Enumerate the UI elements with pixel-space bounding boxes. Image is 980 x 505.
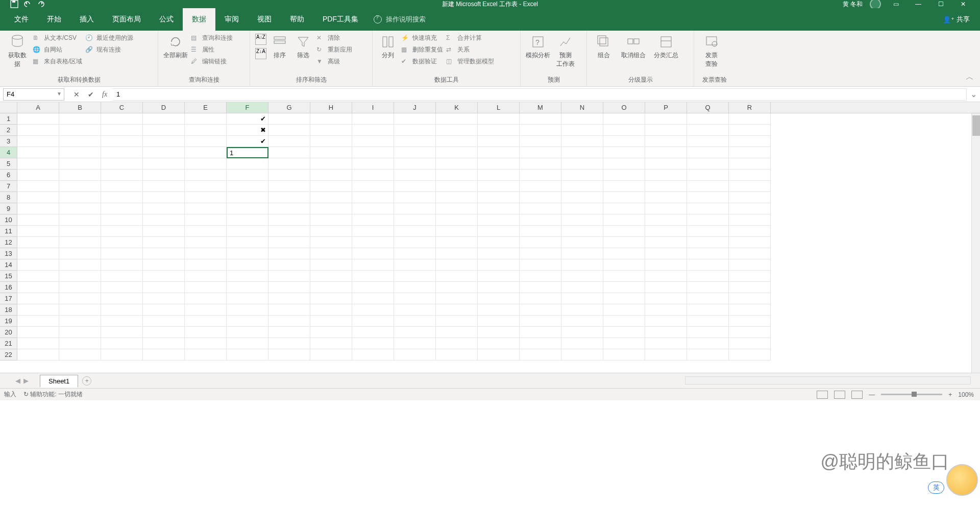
cell[interactable] [478, 125, 520, 136]
minimize-icon[interactable]: — [911, 1, 926, 8]
cell[interactable] [59, 282, 101, 293]
cell[interactable] [17, 248, 59, 259]
row-header[interactable]: 17 [0, 293, 17, 304]
cell[interactable] [268, 226, 310, 237]
cell[interactable] [603, 147, 645, 158]
cell[interactable] [687, 248, 729, 259]
cell[interactable] [352, 338, 394, 349]
column-header[interactable]: A [17, 102, 59, 113]
cell[interactable] [394, 158, 436, 170]
cell[interactable] [143, 192, 185, 203]
clear-filter-button[interactable]: ✕清除 [316, 34, 352, 42]
reapply-button[interactable]: ↻重新应用 [316, 45, 352, 54]
cell[interactable] [310, 237, 352, 248]
cell[interactable] [185, 170, 227, 181]
cell[interactable] [17, 237, 59, 248]
cell[interactable] [185, 282, 227, 293]
from-text-csv-button[interactable]: 🗎从文本/CSV [33, 34, 82, 42]
cell[interactable] [227, 248, 268, 259]
cell[interactable] [478, 170, 520, 181]
cell[interactable] [561, 192, 603, 203]
cell[interactable] [729, 327, 771, 338]
cell[interactable] [687, 147, 729, 158]
cell[interactable] [436, 259, 478, 271]
recent-sources-button[interactable]: 🕘最近使用的源 [85, 34, 133, 42]
cell[interactable] [59, 248, 101, 259]
cell[interactable] [687, 293, 729, 304]
tab-view[interactable]: 视图 [248, 8, 281, 31]
cell[interactable] [17, 214, 59, 226]
cell[interactable] [227, 192, 268, 203]
cell[interactable] [17, 349, 59, 360]
cell[interactable] [59, 136, 101, 147]
cell[interactable] [603, 113, 645, 125]
cell[interactable] [59, 327, 101, 338]
cell[interactable] [520, 181, 561, 192]
cell[interactable] [436, 248, 478, 259]
cell[interactable] [729, 125, 771, 136]
cell[interactable] [143, 226, 185, 237]
cell[interactable] [729, 237, 771, 248]
cell[interactable] [310, 136, 352, 147]
cell[interactable] [645, 248, 687, 259]
tab-home[interactable]: 开始 [38, 8, 70, 31]
cell[interactable] [268, 214, 310, 226]
tab-insert[interactable]: 插入 [70, 8, 103, 31]
row-header[interactable]: 2 [0, 125, 17, 136]
cell[interactable] [645, 282, 687, 293]
cell[interactable] [185, 349, 227, 360]
get-data-button[interactable]: 获取数 据 [5, 34, 30, 68]
row-header[interactable]: 10 [0, 214, 17, 226]
row-header[interactable]: 14 [0, 259, 17, 271]
column-header[interactable]: G [268, 102, 310, 113]
flash-fill-button[interactable]: ⚡快速填充 [401, 34, 443, 42]
row-header[interactable]: 13 [0, 248, 17, 259]
formula-input[interactable]: 1 [112, 88, 967, 101]
collapse-ribbon-icon[interactable]: ︿ [966, 72, 974, 83]
cell[interactable] [101, 248, 143, 259]
cell[interactable] [227, 271, 268, 282]
cell[interactable] [59, 226, 101, 237]
cell[interactable] [268, 316, 310, 327]
cell[interactable] [352, 214, 394, 226]
cell[interactable] [143, 259, 185, 271]
chevron-down-icon[interactable]: ▼ [57, 91, 62, 97]
cell[interactable] [352, 226, 394, 237]
cell[interactable] [352, 293, 394, 304]
cell[interactable] [436, 338, 478, 349]
cell[interactable] [478, 158, 520, 170]
group-button[interactable]: 组合 [592, 34, 616, 60]
cell[interactable] [520, 125, 561, 136]
ribbon-display-icon[interactable]: ▭ [888, 1, 903, 8]
cell[interactable] [520, 327, 561, 338]
column-header[interactable]: I [352, 102, 394, 113]
cell[interactable] [143, 327, 185, 338]
cell[interactable] [645, 316, 687, 327]
cell[interactable] [352, 113, 394, 125]
cell[interactable] [478, 248, 520, 259]
cell[interactable] [268, 327, 310, 338]
cell[interactable] [436, 214, 478, 226]
cell[interactable] [59, 271, 101, 282]
cell[interactable] [603, 214, 645, 226]
cell[interactable] [352, 136, 394, 147]
advanced-filter-button[interactable]: ▼高级 [316, 57, 352, 66]
cell[interactable] [17, 136, 59, 147]
floating-avatar-icon[interactable] [946, 464, 978, 496]
cell[interactable] [436, 304, 478, 316]
cell[interactable] [310, 214, 352, 226]
cell[interactable] [645, 349, 687, 360]
cell[interactable] [185, 192, 227, 203]
cell[interactable] [310, 125, 352, 136]
cell[interactable]: ✔ [227, 113, 268, 125]
cell[interactable] [394, 147, 436, 158]
cell[interactable] [478, 304, 520, 316]
cell[interactable] [394, 338, 436, 349]
cell[interactable] [520, 349, 561, 360]
cell[interactable] [729, 316, 771, 327]
cell[interactable] [687, 327, 729, 338]
cell[interactable] [310, 271, 352, 282]
cell[interactable] [729, 147, 771, 158]
cell[interactable] [436, 237, 478, 248]
cell[interactable] [268, 304, 310, 316]
